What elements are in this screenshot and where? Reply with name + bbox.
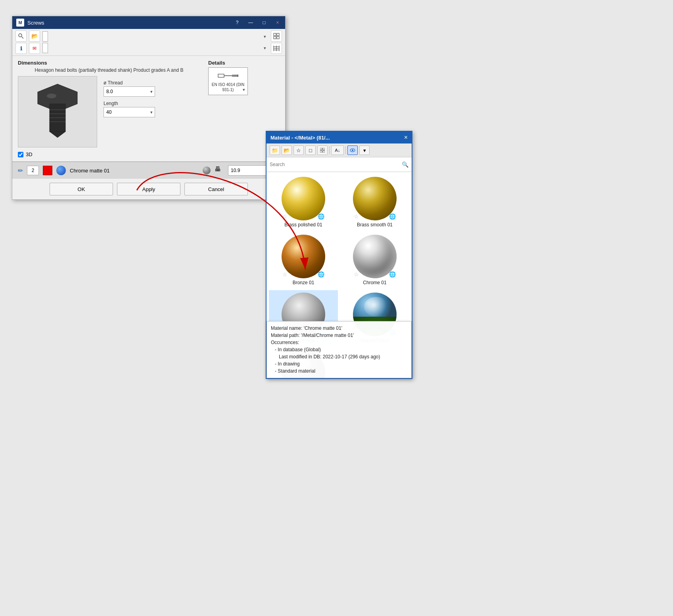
info-button[interactable]: ℹ bbox=[15, 43, 27, 54]
svg-point-1 bbox=[19, 34, 22, 37]
svg-rect-27 bbox=[323, 148, 325, 150]
cancel-button[interactable]: Cancel bbox=[184, 183, 248, 195]
brass-polished-wrap: ☆ 🌐 bbox=[282, 177, 325, 220]
svg-rect-29 bbox=[323, 151, 325, 153]
params-area: ø Thread 8.0 Length 40 bbox=[104, 76, 155, 147]
brass-polished-label: Brass polished 01 bbox=[284, 222, 322, 228]
mat-view-button[interactable]: □ bbox=[305, 145, 316, 155]
brass-smooth-globe[interactable]: 🌐 bbox=[389, 213, 396, 220]
length-label: Length bbox=[104, 101, 155, 106]
details-label: Details bbox=[208, 60, 280, 66]
material-item-bronze[interactable]: ☆ 🌐 Bronze 01 bbox=[269, 232, 338, 288]
screw-preview-area: ø Thread 8.0 Length 40 bbox=[18, 76, 200, 147]
material-search-bar: 🔍 bbox=[267, 157, 412, 172]
bolt-svg bbox=[22, 80, 93, 143]
svg-rect-4 bbox=[277, 33, 279, 36]
svg-rect-26 bbox=[320, 148, 322, 150]
svg-point-31 bbox=[352, 149, 353, 151]
print-icon[interactable]: 🖶 bbox=[215, 166, 224, 175]
toolbar-divider2 bbox=[345, 146, 346, 154]
tooltip-name-line: Material name: 'Chrome matte 01' bbox=[271, 325, 407, 332]
standard-icon bbox=[216, 70, 240, 82]
chrome-globe[interactable]: 🌐 bbox=[389, 271, 396, 277]
svg-marker-19 bbox=[50, 132, 65, 138]
mat-eye-button[interactable] bbox=[347, 145, 358, 155]
material-item-chrome[interactable]: ☆ 🌐 Chrome 01 bbox=[340, 232, 409, 288]
titlebar-left: M Screws bbox=[16, 19, 44, 27]
material-toolbar: 📁 📂 ☆ □ A↓ ▾ bbox=[267, 143, 412, 157]
tooltip-occurrences-label: Occurrences: bbox=[271, 339, 407, 346]
brass-polished-globe[interactable]: 🌐 bbox=[318, 213, 324, 220]
search-button[interactable] bbox=[15, 31, 27, 42]
dimensions-label: Dimensions bbox=[18, 60, 200, 66]
svg-line-2 bbox=[22, 37, 24, 39]
mat-folder-button[interactable]: 📁 bbox=[270, 145, 280, 155]
screws-title: Screws bbox=[27, 20, 44, 26]
tooltip-name-label: Material name: bbox=[271, 325, 302, 331]
mat-grid-button[interactable] bbox=[317, 145, 328, 155]
toolbar-divider bbox=[329, 146, 330, 154]
thread-label: ø Thread bbox=[104, 80, 155, 86]
apply-button[interactable]: Apply bbox=[117, 183, 180, 195]
tooltip-occurrence1-detail: Last modified in DB: 2022-10-17 (296 day… bbox=[271, 353, 407, 360]
toolbar-dropdown2[interactable] bbox=[42, 43, 48, 53]
help-button[interactable]: ? bbox=[234, 19, 241, 26]
material-close-button[interactable]: × bbox=[404, 134, 408, 141]
material-globe-icon[interactable] bbox=[56, 166, 66, 175]
grid-view-button[interactable] bbox=[271, 31, 282, 42]
color-swatch[interactable] bbox=[43, 166, 52, 175]
brass-smooth-wrap: ☆ 🌐 bbox=[353, 177, 397, 220]
material-name-label: Chrome matte 01 bbox=[70, 168, 199, 174]
ok-button[interactable]: OK bbox=[50, 183, 113, 195]
material-item-brass-smooth[interactable]: ☆ 🌐 Brass smooth 01 bbox=[340, 174, 409, 230]
material-search-input[interactable] bbox=[270, 160, 399, 169]
material-sphere-preview[interactable] bbox=[203, 166, 211, 174]
mat-star-button[interactable]: ☆ bbox=[293, 145, 304, 155]
thread-select[interactable]: 8.0 bbox=[104, 86, 155, 97]
length-select[interactable]: 40 bbox=[104, 107, 155, 117]
bronze-globe[interactable]: 🌐 bbox=[318, 271, 324, 277]
material-dialog: Material - </Metal> (81/... × 📁 📂 ☆ □ A↓… bbox=[266, 131, 412, 379]
screws-toolbar-row1: ℹ 📂 ✉ bbox=[12, 29, 285, 56]
description-text: Hexagon head bolts (partially threaded s… bbox=[18, 67, 200, 73]
bronze-label: Bronze 01 bbox=[293, 280, 314, 285]
screws-titlebar: M Screws ? — □ × bbox=[12, 16, 285, 29]
bronze-star[interactable]: ☆ bbox=[282, 271, 288, 277]
action-buttons: OK Apply Cancel bbox=[12, 179, 285, 199]
envelope-button[interactable]: ✉ bbox=[29, 43, 40, 54]
mat-folder-open-button[interactable]: 📂 bbox=[282, 145, 292, 155]
toolbar-dropdown1[interactable] bbox=[42, 31, 48, 42]
bronze-wrap: ☆ 🌐 bbox=[282, 235, 325, 278]
svg-rect-21 bbox=[218, 74, 224, 77]
screws-title-icon: M bbox=[16, 19, 24, 27]
folder-button[interactable]: 📂 bbox=[29, 31, 40, 42]
svg-point-20 bbox=[47, 94, 56, 98]
tooltip-occurrence2: - In drawing bbox=[271, 360, 407, 367]
svg-rect-28 bbox=[320, 151, 322, 153]
close-button[interactable]: × bbox=[274, 19, 281, 26]
bottom-bar: ✏ 2 Chrome matte 01 🖶 10.9 bbox=[12, 162, 285, 179]
brass-polished-star[interactable]: ☆ bbox=[282, 213, 288, 220]
pencil-icon: ✏ bbox=[18, 167, 23, 174]
details-standard-box[interactable]: EN ISO 4014 (DIN 931-1) bbox=[208, 67, 248, 95]
3d-checkbox-label: 3D bbox=[26, 151, 33, 157]
search-icon[interactable]: 🔍 bbox=[402, 161, 408, 168]
dimensions-section: Dimensions Hexagon head bolts (partially… bbox=[18, 60, 200, 157]
screw-preview bbox=[18, 76, 97, 147]
material-item-brass-polished[interactable]: ☆ 🌐 Brass polished 01 bbox=[269, 174, 338, 230]
minimize-button[interactable]: — bbox=[247, 19, 254, 26]
quantity-field[interactable]: 2 bbox=[27, 166, 39, 175]
chrome-wrap: ☆ 🌐 bbox=[353, 235, 397, 278]
mat-sort-button[interactable]: A↓ bbox=[331, 145, 344, 155]
chrome-star[interactable]: ☆ bbox=[354, 271, 359, 277]
mat-more-button[interactable]: ▾ bbox=[359, 145, 370, 155]
material-titlebar: Material - </Metal> (81/... × bbox=[267, 132, 412, 143]
3d-checkbox[interactable] bbox=[18, 152, 23, 157]
screws-dialog: M Screws ? — □ × ℹ 📂 ✉ bbox=[12, 16, 286, 200]
brass-smooth-star[interactable]: ☆ bbox=[354, 213, 359, 220]
titlebar-right: ? — □ × bbox=[234, 19, 281, 26]
maximize-button[interactable]: □ bbox=[261, 19, 268, 26]
material-dialog-title: Material - </Metal> (81/... bbox=[270, 135, 330, 141]
table-view-button[interactable] bbox=[271, 43, 282, 54]
svg-rect-3 bbox=[274, 33, 276, 36]
